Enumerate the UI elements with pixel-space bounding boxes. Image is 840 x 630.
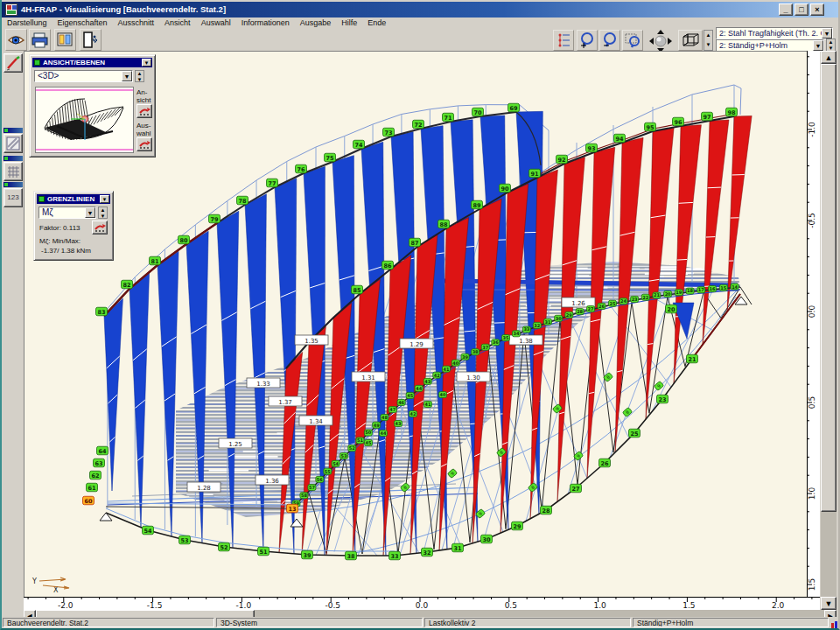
view-spinner[interactable]: ▲▼ <box>704 30 713 51</box>
menu-ausgabe[interactable]: Ausgabe <box>295 18 337 29</box>
status-system: 3D-System <box>216 618 423 627</box>
horizontal-ruler: -2.0-1.5-1.0-0.50.00.51.01.52.0 <box>24 597 820 610</box>
menu-hilfe[interactable]: Hilfe <box>336 18 362 29</box>
zoom-window-button[interactable] <box>622 30 643 51</box>
loadcase-combo-dropdown[interactable]: ▼ <box>813 40 823 51</box>
section-plane-button[interactable] <box>4 134 23 153</box>
view-combo-value: <3D> <box>38 71 59 80</box>
vscroll-thumb[interactable] <box>821 64 836 512</box>
status-bar: Bauchveerendeltr. Stat.2 3D-System Lastk… <box>2 617 838 628</box>
svg-text:20: 20 <box>665 291 671 297</box>
component-combo[interactable]: Mζ ▼ <box>38 206 96 219</box>
svg-text:41: 41 <box>425 402 431 407</box>
svg-text:31: 31 <box>544 319 550 325</box>
menu-auswahl[interactable]: Auswahl <box>196 18 236 29</box>
grenzlinien-apply-button[interactable] <box>92 220 108 234</box>
pages-button[interactable] <box>54 29 76 51</box>
panel-ansicht-title: ANSICHT/EBENEN <box>43 59 105 66</box>
svg-text:45: 45 <box>366 440 372 445</box>
svg-text:77: 77 <box>268 180 276 187</box>
scroll-down-arrow[interactable]: ▼ <box>821 597 836 610</box>
panel-grenzlinien-titlebar[interactable]: GRENZLINIEN▼ <box>37 194 110 204</box>
result-list-button[interactable] <box>553 30 574 51</box>
svg-text:43: 43 <box>396 421 402 426</box>
svg-text:46: 46 <box>398 400 404 405</box>
svg-text:26: 26 <box>600 460 609 467</box>
svg-text:32: 32 <box>423 550 430 556</box>
panel-grenzlinien-menu-button[interactable]: ▼ <box>100 195 109 203</box>
view-combo-spinner[interactable]: ▲▼ <box>135 70 144 82</box>
scroll-up-arrow[interactable]: ▲ <box>821 51 836 64</box>
svg-text:58: 58 <box>301 493 307 498</box>
menu-darstellung[interactable]: Darstellung <box>2 18 52 29</box>
mini-panel-title-1[interactable] <box>4 128 23 133</box>
redraw-pencil-button[interactable] <box>4 53 23 73</box>
print-button[interactable] <box>29 29 51 51</box>
loadcase-spinner[interactable]: ▲▼ <box>826 38 836 52</box>
svg-text:33: 33 <box>390 553 398 560</box>
svg-text:91: 91 <box>530 171 539 178</box>
auswahl-apply-button[interactable] <box>136 137 152 151</box>
component-combo-spinner[interactable]: ▲▼ <box>98 206 108 219</box>
zoom-out-button[interactable] <box>599 30 620 51</box>
zoom-in-button[interactable] <box>577 30 598 51</box>
svg-text:0.5: 0.5 <box>505 601 517 610</box>
svg-text:X: X <box>53 586 59 594</box>
svg-text:32: 32 <box>534 323 540 328</box>
svg-text:42: 42 <box>434 373 440 378</box>
menu-ausschnitt[interactable]: Ausschnitt <box>113 18 160 29</box>
svg-text:63: 63 <box>94 460 102 467</box>
view-eye-button[interactable] <box>5 29 27 51</box>
svg-text:57: 57 <box>309 485 315 490</box>
title-bar[interactable]: 4H-FRAP - Visualisierung [Bauchveerendel… <box>2 2 838 18</box>
minimize-button[interactable]: _ <box>779 4 793 16</box>
mesh-button[interactable] <box>4 162 23 181</box>
maximize-button[interactable]: □ <box>794 4 808 16</box>
svg-text:-1.5: -1.5 <box>147 601 163 610</box>
ansicht-apply-button[interactable] <box>136 104 152 118</box>
numbers-button[interactable]: 123 <box>4 188 23 207</box>
svg-text:18: 18 <box>687 288 693 293</box>
close-button[interactable]: × <box>810 4 824 16</box>
svg-text:17: 17 <box>698 287 704 292</box>
svg-text:71: 71 <box>444 115 452 122</box>
svg-text:96: 96 <box>674 119 682 126</box>
mini-panel-title-2[interactable] <box>4 156 23 161</box>
svg-text:1.5: 1.5 <box>682 601 695 610</box>
svg-text:1.33: 1.33 <box>256 381 270 388</box>
svg-text:16: 16 <box>710 286 716 291</box>
svg-text:52: 52 <box>220 544 228 551</box>
panel-ansicht-menu-button[interactable]: ▼ <box>142 59 151 66</box>
menu-ansicht[interactable]: Ansicht <box>159 18 196 29</box>
result-combo[interactable]: 2: Stahl Tragfähigkeit (Th. 2. O ▼ <box>716 27 833 39</box>
menu-informationen[interactable]: Informationen <box>236 18 295 29</box>
ansicht-label: An-sicht <box>136 88 150 104</box>
view-combo-dropdown[interactable]: ▼ <box>122 71 132 81</box>
svg-text:1.31: 1.31 <box>361 374 375 382</box>
svg-text:26: 26 <box>598 304 605 309</box>
svg-text:25: 25 <box>609 301 615 306</box>
panel-grenzlinien: GRENZLINIEN▼ Mζ ▼ ▲▼ Faktor: 0.113 Mζ: M… <box>33 191 114 261</box>
result-combo-dropdown[interactable]: ▼ <box>822 28 832 38</box>
svg-text:75: 75 <box>326 155 334 162</box>
svg-text:60: 60 <box>84 498 93 505</box>
status-loadcollection: Lastkollektiv 2 <box>424 618 631 627</box>
panel-ansicht-ebenen: ANSICHT/EBENEN▼ <3D> ▼ ▲▼ An-sicht Aus-w… <box>29 54 156 158</box>
svg-text:78: 78 <box>238 198 247 205</box>
loadcase-combo[interactable]: 2: Ständig+P+Holm ▼ <box>716 39 824 52</box>
exit-door-button[interactable] <box>80 29 102 51</box>
view-preview[interactable] <box>35 87 134 153</box>
vertical-ruler: -1.0-0.50.00.51.01.5 <box>807 51 820 597</box>
view-combo[interactable]: <3D> ▼ <box>34 70 133 82</box>
component-combo-dropdown[interactable]: ▼ <box>85 207 95 218</box>
svg-text:36: 36 <box>493 340 499 345</box>
auswahl-label: Aus-wahl <box>136 122 150 137</box>
mini-panel-title-3[interactable] <box>4 182 23 187</box>
menu-ende[interactable]: Ende <box>362 18 391 29</box>
vertical-scrollbar[interactable]: ▲ ▼ <box>821 51 836 610</box>
svg-text:20: 20 <box>667 306 676 313</box>
svg-text:51: 51 <box>357 438 363 443</box>
view-3d-box-button[interactable] <box>678 30 703 51</box>
menu-eigenschaften[interactable]: Eigenschaften <box>52 18 113 29</box>
panel-ansicht-titlebar[interactable]: ANSICHT/EBENEN▼ <box>32 58 152 67</box>
